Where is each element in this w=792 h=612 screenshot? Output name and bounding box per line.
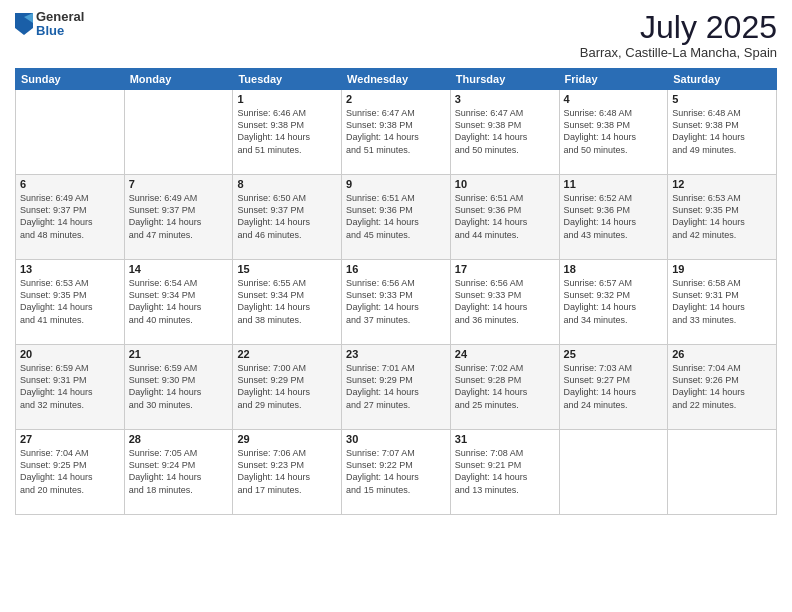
- col-tuesday: Tuesday: [233, 69, 342, 90]
- day-info: Sunrise: 7:08 AM Sunset: 9:21 PM Dayligh…: [455, 447, 555, 496]
- logo-text: General Blue: [36, 10, 84, 39]
- day-info: Sunrise: 7:05 AM Sunset: 9:24 PM Dayligh…: [129, 447, 229, 496]
- day-number: 10: [455, 178, 555, 190]
- day-number: 3: [455, 93, 555, 105]
- calendar-week-2: 6Sunrise: 6:49 AM Sunset: 9:37 PM Daylig…: [16, 175, 777, 260]
- day-info: Sunrise: 6:59 AM Sunset: 9:31 PM Dayligh…: [20, 362, 120, 411]
- day-info: Sunrise: 6:47 AM Sunset: 9:38 PM Dayligh…: [346, 107, 446, 156]
- calendar-cell: 9Sunrise: 6:51 AM Sunset: 9:36 PM Daylig…: [342, 175, 451, 260]
- day-info: Sunrise: 6:50 AM Sunset: 9:37 PM Dayligh…: [237, 192, 337, 241]
- calendar-cell: 13Sunrise: 6:53 AM Sunset: 9:35 PM Dayli…: [16, 260, 125, 345]
- calendar-cell: 8Sunrise: 6:50 AM Sunset: 9:37 PM Daylig…: [233, 175, 342, 260]
- calendar-cell: 2Sunrise: 6:47 AM Sunset: 9:38 PM Daylig…: [342, 90, 451, 175]
- calendar-week-1: 1Sunrise: 6:46 AM Sunset: 9:38 PM Daylig…: [16, 90, 777, 175]
- calendar-week-4: 20Sunrise: 6:59 AM Sunset: 9:31 PM Dayli…: [16, 345, 777, 430]
- day-number: 23: [346, 348, 446, 360]
- calendar-cell: 22Sunrise: 7:00 AM Sunset: 9:29 PM Dayli…: [233, 345, 342, 430]
- day-number: 15: [237, 263, 337, 275]
- calendar-cell: [124, 90, 233, 175]
- day-number: 8: [237, 178, 337, 190]
- day-number: 17: [455, 263, 555, 275]
- calendar-cell: 19Sunrise: 6:58 AM Sunset: 9:31 PM Dayli…: [668, 260, 777, 345]
- calendar-cell: 26Sunrise: 7:04 AM Sunset: 9:26 PM Dayli…: [668, 345, 777, 430]
- calendar-cell: 12Sunrise: 6:53 AM Sunset: 9:35 PM Dayli…: [668, 175, 777, 260]
- day-number: 7: [129, 178, 229, 190]
- day-number: 5: [672, 93, 772, 105]
- day-number: 16: [346, 263, 446, 275]
- day-info: Sunrise: 6:46 AM Sunset: 9:38 PM Dayligh…: [237, 107, 337, 156]
- day-info: Sunrise: 7:06 AM Sunset: 9:23 PM Dayligh…: [237, 447, 337, 496]
- day-number: 24: [455, 348, 555, 360]
- day-info: Sunrise: 6:47 AM Sunset: 9:38 PM Dayligh…: [455, 107, 555, 156]
- month-title: July 2025: [580, 10, 777, 45]
- day-info: Sunrise: 6:48 AM Sunset: 9:38 PM Dayligh…: [564, 107, 664, 156]
- logo-blue-text: Blue: [36, 24, 84, 38]
- day-number: 21: [129, 348, 229, 360]
- day-info: Sunrise: 6:49 AM Sunset: 9:37 PM Dayligh…: [20, 192, 120, 241]
- day-info: Sunrise: 6:56 AM Sunset: 9:33 PM Dayligh…: [455, 277, 555, 326]
- day-number: 27: [20, 433, 120, 445]
- day-info: Sunrise: 6:51 AM Sunset: 9:36 PM Dayligh…: [455, 192, 555, 241]
- day-info: Sunrise: 6:54 AM Sunset: 9:34 PM Dayligh…: [129, 277, 229, 326]
- day-number: 6: [20, 178, 120, 190]
- day-info: Sunrise: 7:04 AM Sunset: 9:25 PM Dayligh…: [20, 447, 120, 496]
- day-number: 1: [237, 93, 337, 105]
- day-info: Sunrise: 7:04 AM Sunset: 9:26 PM Dayligh…: [672, 362, 772, 411]
- day-info: Sunrise: 6:53 AM Sunset: 9:35 PM Dayligh…: [672, 192, 772, 241]
- calendar-week-5: 27Sunrise: 7:04 AM Sunset: 9:25 PM Dayli…: [16, 430, 777, 515]
- col-sunday: Sunday: [16, 69, 125, 90]
- day-number: 19: [672, 263, 772, 275]
- day-info: Sunrise: 6:52 AM Sunset: 9:36 PM Dayligh…: [564, 192, 664, 241]
- calendar-cell: 31Sunrise: 7:08 AM Sunset: 9:21 PM Dayli…: [450, 430, 559, 515]
- header: General Blue July 2025 Barrax, Castille-…: [15, 10, 777, 60]
- calendar-cell: 24Sunrise: 7:02 AM Sunset: 9:28 PM Dayli…: [450, 345, 559, 430]
- calendar-cell: 6Sunrise: 6:49 AM Sunset: 9:37 PM Daylig…: [16, 175, 125, 260]
- title-area: July 2025 Barrax, Castille-La Mancha, Sp…: [580, 10, 777, 60]
- day-info: Sunrise: 7:01 AM Sunset: 9:29 PM Dayligh…: [346, 362, 446, 411]
- day-number: 13: [20, 263, 120, 275]
- calendar-cell: 18Sunrise: 6:57 AM Sunset: 9:32 PM Dayli…: [559, 260, 668, 345]
- day-info: Sunrise: 6:58 AM Sunset: 9:31 PM Dayligh…: [672, 277, 772, 326]
- calendar-cell: 20Sunrise: 6:59 AM Sunset: 9:31 PM Dayli…: [16, 345, 125, 430]
- day-number: 4: [564, 93, 664, 105]
- day-info: Sunrise: 6:55 AM Sunset: 9:34 PM Dayligh…: [237, 277, 337, 326]
- calendar-cell: [16, 90, 125, 175]
- day-number: 30: [346, 433, 446, 445]
- day-info: Sunrise: 6:51 AM Sunset: 9:36 PM Dayligh…: [346, 192, 446, 241]
- location: Barrax, Castille-La Mancha, Spain: [580, 45, 777, 60]
- calendar-cell: 28Sunrise: 7:05 AM Sunset: 9:24 PM Dayli…: [124, 430, 233, 515]
- day-number: 14: [129, 263, 229, 275]
- day-info: Sunrise: 7:02 AM Sunset: 9:28 PM Dayligh…: [455, 362, 555, 411]
- calendar-cell: [559, 430, 668, 515]
- logo-general-text: General: [36, 10, 84, 24]
- day-info: Sunrise: 7:00 AM Sunset: 9:29 PM Dayligh…: [237, 362, 337, 411]
- calendar: Sunday Monday Tuesday Wednesday Thursday…: [15, 68, 777, 515]
- day-number: 22: [237, 348, 337, 360]
- day-info: Sunrise: 6:48 AM Sunset: 9:38 PM Dayligh…: [672, 107, 772, 156]
- logo-icon: [15, 13, 33, 35]
- calendar-header-row: Sunday Monday Tuesday Wednesday Thursday…: [16, 69, 777, 90]
- col-saturday: Saturday: [668, 69, 777, 90]
- calendar-cell: 14Sunrise: 6:54 AM Sunset: 9:34 PM Dayli…: [124, 260, 233, 345]
- day-number: 9: [346, 178, 446, 190]
- calendar-cell: 7Sunrise: 6:49 AM Sunset: 9:37 PM Daylig…: [124, 175, 233, 260]
- calendar-cell: 5Sunrise: 6:48 AM Sunset: 9:38 PM Daylig…: [668, 90, 777, 175]
- day-info: Sunrise: 6:49 AM Sunset: 9:37 PM Dayligh…: [129, 192, 229, 241]
- calendar-cell: 27Sunrise: 7:04 AM Sunset: 9:25 PM Dayli…: [16, 430, 125, 515]
- day-number: 12: [672, 178, 772, 190]
- day-number: 25: [564, 348, 664, 360]
- calendar-cell: 17Sunrise: 6:56 AM Sunset: 9:33 PM Dayli…: [450, 260, 559, 345]
- day-info: Sunrise: 6:59 AM Sunset: 9:30 PM Dayligh…: [129, 362, 229, 411]
- day-number: 28: [129, 433, 229, 445]
- col-monday: Monday: [124, 69, 233, 90]
- logo: General Blue: [15, 10, 84, 39]
- day-number: 29: [237, 433, 337, 445]
- day-number: 26: [672, 348, 772, 360]
- col-friday: Friday: [559, 69, 668, 90]
- calendar-cell: 3Sunrise: 6:47 AM Sunset: 9:38 PM Daylig…: [450, 90, 559, 175]
- day-info: Sunrise: 7:07 AM Sunset: 9:22 PM Dayligh…: [346, 447, 446, 496]
- col-wednesday: Wednesday: [342, 69, 451, 90]
- day-number: 2: [346, 93, 446, 105]
- calendar-cell: 30Sunrise: 7:07 AM Sunset: 9:22 PM Dayli…: [342, 430, 451, 515]
- calendar-cell: 21Sunrise: 6:59 AM Sunset: 9:30 PM Dayli…: [124, 345, 233, 430]
